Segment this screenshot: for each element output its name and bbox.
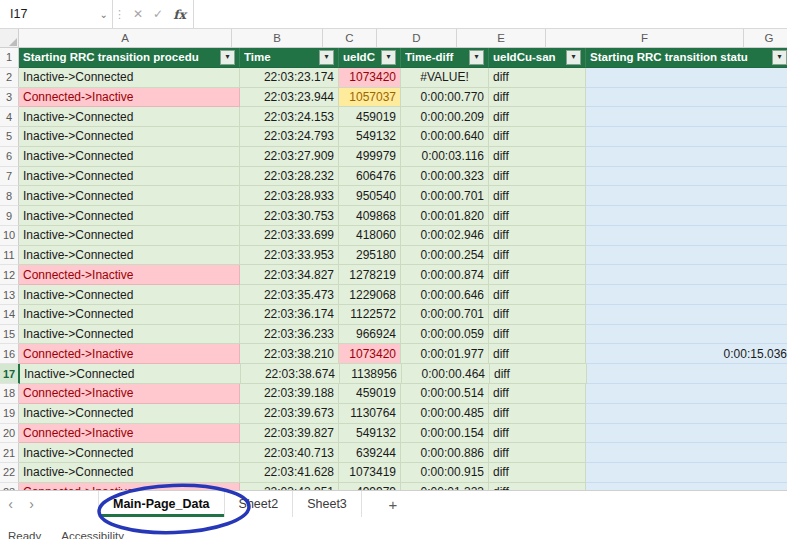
drag-handle-icon[interactable]: ⋮	[113, 0, 126, 28]
enter-icon[interactable]: ✓	[153, 7, 163, 21]
cell-D19[interactable]: 0:00:00.485	[401, 404, 489, 424]
row-header-21[interactable]: 21	[0, 443, 19, 463]
cell-D14[interactable]: 0:00:00.701	[401, 305, 489, 325]
cell-A18[interactable]: Connected->Inactive	[19, 384, 240, 404]
row-header-13[interactable]: 13	[0, 285, 19, 305]
cell-C21[interactable]: 639244	[339, 443, 401, 463]
prev-sheet-icon[interactable]: ‹	[0, 491, 21, 517]
cell-A11[interactable]: Inactive->Connected	[19, 246, 240, 266]
column-header-A[interactable]: A	[19, 29, 232, 47]
cell-E17[interactable]: diff	[490, 364, 587, 384]
cell-B8[interactable]: 22:03:28.933	[240, 186, 339, 206]
cell-E7[interactable]: diff	[489, 167, 586, 187]
cell-C2[interactable]: 1073420	[339, 68, 401, 88]
row-header-17[interactable]: 17	[0, 364, 20, 384]
header-cell-C1[interactable]: ueIdC▾	[339, 48, 401, 68]
header-cell-B1[interactable]: Time▾	[240, 48, 339, 68]
cell-D6[interactable]: 0:00:03.116	[401, 147, 489, 167]
cell-A4[interactable]: Inactive->Connected	[19, 107, 240, 127]
cell-A20[interactable]: Connected->Inactive	[19, 424, 240, 444]
cell-C5[interactable]: 549132	[339, 127, 401, 147]
cell-D11[interactable]: 0:00:00.254	[401, 246, 489, 266]
cell-F8[interactable]	[586, 186, 787, 206]
cell-E6[interactable]: diff	[489, 147, 586, 167]
row-header-10[interactable]: 10	[0, 226, 19, 246]
header-cell-A1[interactable]: Starting RRC transition procedu▾	[19, 48, 240, 68]
cell-F13[interactable]	[586, 285, 787, 305]
cell-C8[interactable]: 950540	[339, 186, 401, 206]
cell-D2[interactable]: #VALUE!	[401, 68, 489, 88]
sheet-tab-Sheet3[interactable]: Sheet3	[293, 491, 362, 517]
cell-E4[interactable]: diff	[489, 107, 586, 127]
cell-F11[interactable]	[586, 246, 787, 266]
cell-F9[interactable]	[586, 206, 787, 226]
cell-D13[interactable]: 0:00:00.646	[401, 285, 489, 305]
select-all-button[interactable]	[0, 29, 19, 47]
column-header-B[interactable]: B	[232, 29, 323, 47]
row-header-1[interactable]: 1	[0, 48, 19, 68]
cell-B14[interactable]: 22:03:36.174	[240, 305, 339, 325]
cell-B9[interactable]: 22:03:30.753	[240, 206, 339, 226]
cell-A15[interactable]: Inactive->Connected	[19, 325, 240, 345]
row-header-6[interactable]: 6	[0, 147, 19, 167]
cell-C7[interactable]: 606476	[339, 167, 401, 187]
cell-E5[interactable]: diff	[489, 127, 586, 147]
cell-F5[interactable]	[586, 127, 787, 147]
cell-F20[interactable]	[586, 424, 787, 444]
cell-C14[interactable]: 1122572	[339, 305, 401, 325]
row-header-3[interactable]: 3	[0, 88, 19, 108]
cell-F3[interactable]	[586, 88, 787, 108]
cell-A12[interactable]: Connected->Inactive	[19, 265, 240, 285]
row-header-2[interactable]: 2	[0, 68, 19, 88]
cell-F14[interactable]	[586, 305, 787, 325]
cell-F6[interactable]	[586, 147, 787, 167]
cell-C4[interactable]: 459019	[339, 107, 401, 127]
row-header-7[interactable]: 7	[0, 167, 19, 187]
cell-C17[interactable]: 1138956	[340, 364, 402, 384]
formula-input[interactable]	[194, 0, 787, 28]
cell-B3[interactable]: 22:03:23.944	[240, 88, 339, 108]
cell-B20[interactable]: 22:03:39.827	[240, 424, 339, 444]
row-header-9[interactable]: 9	[0, 206, 19, 226]
cell-B22[interactable]: 22:03:41.628	[240, 463, 339, 483]
cell-D15[interactable]: 0:00:00.059	[401, 325, 489, 345]
cell-B5[interactable]: 22:03:24.793	[240, 127, 339, 147]
insert-function-icon[interactable]: fx	[173, 7, 186, 22]
cell-D4[interactable]: 0:00:00.209	[401, 107, 489, 127]
row-header-18[interactable]: 18	[0, 384, 19, 404]
cell-F19[interactable]	[586, 404, 787, 424]
cell-F12[interactable]	[586, 265, 787, 285]
cell-D9[interactable]: 0:00:01.820	[401, 206, 489, 226]
cell-D17[interactable]: 0:00:00.464	[402, 364, 490, 384]
row-header-20[interactable]: 20	[0, 424, 19, 444]
cell-F22[interactable]	[586, 463, 787, 483]
sheet-tab-Sheet2[interactable]: Sheet2	[225, 491, 294, 517]
column-header-C[interactable]: C	[323, 29, 377, 47]
cell-A3[interactable]: Connected->Inactive	[19, 88, 240, 108]
filter-dropdown-icon[interactable]: ▾	[566, 50, 581, 65]
cell-B16[interactable]: 22:03:38.210	[240, 344, 339, 364]
column-header-D[interactable]: D	[377, 29, 457, 47]
cell-D8[interactable]: 0:00:00.701	[401, 186, 489, 206]
cell-A5[interactable]: Inactive->Connected	[19, 127, 240, 147]
column-header-G[interactable]: G	[744, 29, 787, 47]
cell-F2[interactable]	[586, 68, 787, 88]
name-box[interactable]: I17 ⌄	[0, 0, 113, 28]
cell-F17[interactable]	[587, 364, 787, 384]
cell-D7[interactable]: 0:00:00.323	[401, 167, 489, 187]
cell-E13[interactable]: diff	[489, 285, 586, 305]
cell-E8[interactable]: diff	[489, 186, 586, 206]
row-header-11[interactable]: 11	[0, 246, 19, 266]
cell-C19[interactable]: 1130764	[339, 404, 401, 424]
cell-B19[interactable]: 22:03:39.673	[240, 404, 339, 424]
cell-D3[interactable]: 0:00:00.770	[401, 88, 489, 108]
cell-E3[interactable]: diff	[489, 88, 586, 108]
cell-A14[interactable]: Inactive->Connected	[19, 305, 240, 325]
cell-B6[interactable]: 22:03:27.909	[240, 147, 339, 167]
filter-dropdown-icon[interactable]: ▾	[319, 50, 334, 65]
cell-E18[interactable]: diff	[489, 384, 586, 404]
cell-B4[interactable]: 22:03:24.153	[240, 107, 339, 127]
cell-B15[interactable]: 22:03:36.233	[240, 325, 339, 345]
cell-C22[interactable]: 1073419	[339, 463, 401, 483]
cell-F16[interactable]: 0:00:15.036	[586, 344, 787, 364]
